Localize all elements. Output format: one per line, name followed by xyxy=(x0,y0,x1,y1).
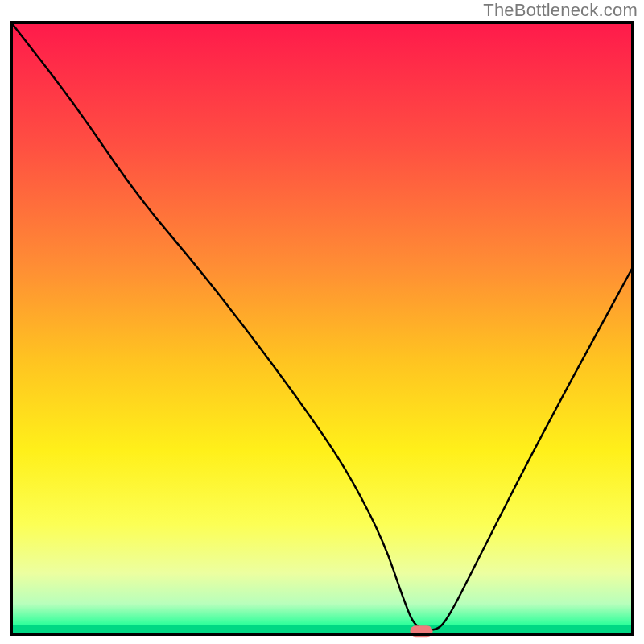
attribution-label: TheBottleneck.com xyxy=(483,0,638,21)
chart-container: TheBottleneck.com xyxy=(0,0,644,644)
gradient-background xyxy=(11,23,633,634)
bottleneck-chart xyxy=(0,0,644,644)
